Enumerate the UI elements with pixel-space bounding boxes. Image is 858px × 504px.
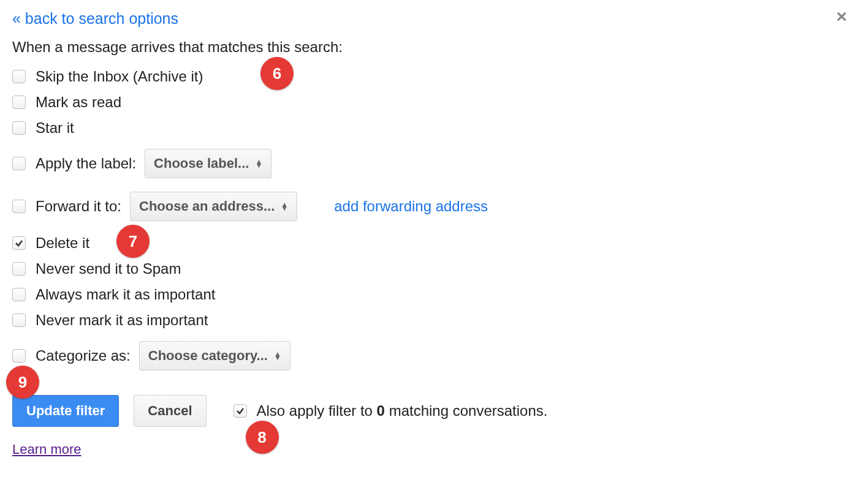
close-icon[interactable]: × bbox=[836, 7, 847, 26]
option-row-star: Star it bbox=[12, 119, 846, 137]
also-apply-row: Also apply filter to 0 matching conversa… bbox=[233, 402, 548, 419]
select-arrows-icon: ▲▼ bbox=[274, 352, 281, 359]
option-row-skip-inbox: Skip the Inbox (Archive it) 6 bbox=[12, 68, 846, 85]
also-apply-checkbox[interactable] bbox=[233, 404, 247, 418]
never-spam-label: Never send it to Spam bbox=[36, 260, 181, 277]
never-important-checkbox[interactable] bbox=[12, 314, 26, 327]
select-arrows-icon: ▲▼ bbox=[255, 160, 262, 167]
apply-label-text: Apply the label: bbox=[36, 155, 136, 172]
always-important-checkbox[interactable] bbox=[12, 288, 26, 301]
also-apply-text: Also apply filter to 0 matching conversa… bbox=[257, 402, 548, 419]
categorize-checkbox[interactable] bbox=[12, 349, 26, 363]
annotation-badge-6: 6 bbox=[260, 57, 294, 90]
choose-address-select-text: Choose an address... bbox=[139, 198, 275, 214]
also-apply-suffix: matching conversations. bbox=[385, 402, 547, 419]
star-label: Star it bbox=[36, 119, 74, 137]
forward-label: Forward it to: bbox=[36, 198, 121, 215]
cancel-button[interactable]: Cancel bbox=[134, 395, 206, 427]
mark-read-checkbox[interactable] bbox=[12, 96, 26, 109]
mark-read-label: Mark as read bbox=[36, 94, 121, 111]
delete-checkbox[interactable] bbox=[12, 236, 26, 250]
choose-address-select[interactable]: Choose an address... ▲▼ bbox=[130, 192, 297, 221]
annotation-badge-8: 8 bbox=[246, 421, 279, 454]
option-row-always-important: Always mark it as important bbox=[12, 286, 846, 303]
never-spam-checkbox[interactable] bbox=[12, 262, 26, 276]
option-row-mark-read: Mark as read bbox=[12, 94, 846, 111]
categorize-label: Categorize as: bbox=[36, 347, 131, 364]
option-row-categorize: Categorize as: Choose category... ▲▼ bbox=[12, 341, 846, 370]
option-row-never-spam: Never send it to Spam bbox=[12, 260, 846, 277]
learn-more-link[interactable]: Learn more bbox=[12, 442, 82, 457]
choose-category-select[interactable]: Choose category... ▲▼ bbox=[139, 341, 290, 370]
option-row-forward: Forward it to: Choose an address... ▲▼ a… bbox=[12, 192, 846, 221]
select-arrows-icon: ▲▼ bbox=[281, 203, 288, 210]
update-filter-button[interactable]: Update filter bbox=[12, 395, 119, 427]
also-apply-count: 0 bbox=[377, 402, 385, 419]
delete-label: Delete it bbox=[36, 235, 89, 252]
star-checkbox[interactable] bbox=[12, 121, 26, 135]
option-row-never-important: Never mark it as important bbox=[12, 312, 846, 329]
annotation-badge-9: 9 bbox=[6, 366, 39, 399]
annotation-badge-7: 7 bbox=[116, 225, 150, 258]
actions-row: 9 Update filter Cancel Also apply filter… bbox=[12, 395, 846, 427]
choose-label-select-text: Choose label... bbox=[154, 156, 249, 171]
also-apply-prefix: Also apply filter to bbox=[257, 402, 377, 419]
back-to-search-link[interactable]: « back to search options bbox=[12, 10, 178, 28]
forward-checkbox[interactable] bbox=[12, 200, 26, 213]
filter-intro-text: When a message arrives that matches this… bbox=[12, 39, 846, 56]
option-row-apply-label: Apply the label: Choose label... ▲▼ bbox=[12, 149, 846, 178]
add-forwarding-address-link[interactable]: add forwarding address bbox=[334, 198, 488, 215]
never-important-label: Never mark it as important bbox=[36, 312, 208, 329]
skip-inbox-checkbox[interactable] bbox=[12, 70, 26, 83]
apply-label-checkbox[interactable] bbox=[12, 157, 26, 170]
always-important-label: Always mark it as important bbox=[36, 286, 215, 303]
choose-label-select[interactable]: Choose label... ▲▼ bbox=[145, 149, 271, 178]
option-row-delete: Delete it 7 bbox=[12, 235, 846, 252]
choose-category-select-text: Choose category... bbox=[148, 348, 268, 364]
skip-inbox-label: Skip the Inbox (Archive it) bbox=[36, 68, 203, 85]
